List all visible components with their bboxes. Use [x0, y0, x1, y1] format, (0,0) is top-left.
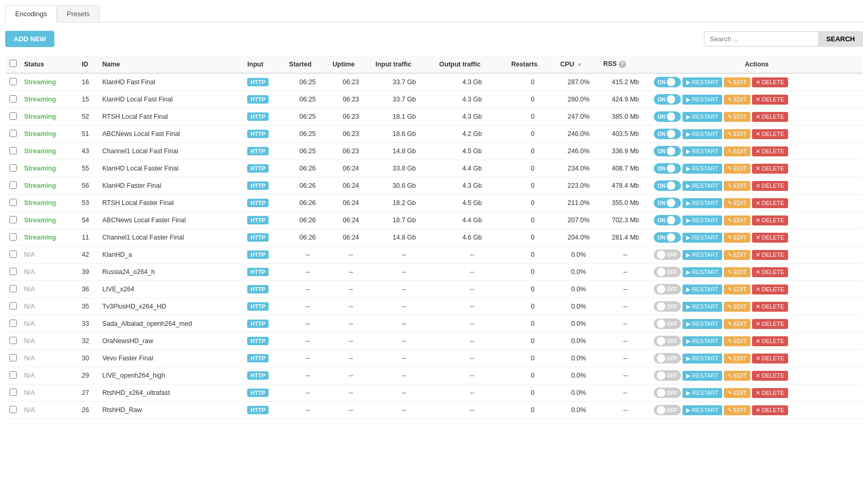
delete-button[interactable]: ✕ DELETE — [752, 302, 788, 312]
delete-button[interactable]: ✕ DELETE — [752, 388, 788, 398]
toggle-off[interactable]: OFF — [654, 301, 681, 312]
row-checkbox[interactable] — [9, 371, 17, 379]
restart-button[interactable]: ▶ RESTART — [682, 302, 722, 312]
row-checkbox[interactable] — [9, 216, 17, 223]
delete-button[interactable]: ✕ DELETE — [752, 164, 788, 174]
edit-button[interactable]: ✎ EDIT — [724, 388, 750, 398]
toggle-off[interactable]: OFF — [654, 405, 681, 415]
row-checkbox[interactable] — [9, 302, 17, 310]
edit-button[interactable]: ✎ EDIT — [724, 198, 750, 208]
toggle-on[interactable]: ON — [654, 163, 681, 174]
tab-encodings[interactable]: Encodings — [5, 5, 57, 22]
restart-button[interactable]: ▶ RESTART — [682, 129, 722, 139]
restart-button[interactable]: ▶ RESTART — [682, 267, 722, 277]
row-checkbox[interactable] — [9, 181, 17, 189]
toggle-off[interactable]: OFF — [654, 353, 681, 363]
row-checkbox[interactable] — [9, 337, 17, 344]
delete-button[interactable]: ✕ DELETE — [752, 233, 788, 243]
restart-button[interactable]: ▶ RESTART — [682, 164, 722, 174]
delete-button[interactable]: ✕ DELETE — [752, 354, 788, 363]
row-checkbox[interactable] — [9, 251, 17, 258]
row-checkbox[interactable] — [9, 406, 17, 413]
restart-button[interactable]: ▶ RESTART — [682, 95, 722, 105]
delete-button[interactable]: ✕ DELETE — [752, 129, 788, 139]
restart-button[interactable]: ▶ RESTART — [682, 112, 722, 122]
edit-button[interactable]: ✎ EDIT — [724, 181, 750, 191]
row-checkbox[interactable] — [9, 285, 17, 292]
restart-button[interactable]: ▶ RESTART — [682, 336, 722, 346]
edit-button[interactable]: ✎ EDIT — [724, 319, 750, 329]
tab-presets[interactable]: Presets — [57, 5, 100, 22]
row-checkbox[interactable] — [9, 354, 17, 361]
toggle-on[interactable]: ON — [654, 180, 681, 191]
delete-button[interactable]: ✕ DELETE — [752, 336, 788, 346]
row-checkbox[interactable] — [9, 199, 17, 206]
delete-button[interactable]: ✕ DELETE — [752, 319, 788, 329]
restart-button[interactable]: ▶ RESTART — [682, 250, 722, 260]
delete-button[interactable]: ✕ DELETE — [752, 215, 788, 225]
search-input[interactable] — [704, 31, 819, 47]
toggle-on[interactable]: ON — [654, 198, 681, 208]
edit-button[interactable]: ✎ EDIT — [724, 267, 750, 277]
toggle-on[interactable]: ON — [654, 111, 681, 122]
edit-button[interactable]: ✎ EDIT — [724, 215, 750, 225]
edit-button[interactable]: ✎ EDIT — [724, 95, 750, 105]
edit-button[interactable]: ✎ EDIT — [724, 336, 750, 346]
restart-button[interactable]: ▶ RESTART — [682, 285, 722, 294]
edit-button[interactable]: ✎ EDIT — [724, 233, 750, 243]
delete-button[interactable]: ✕ DELETE — [752, 285, 788, 294]
rss-help-icon[interactable]: ? — [619, 61, 626, 68]
toggle-on[interactable]: ON — [654, 129, 681, 139]
delete-button[interactable]: ✕ DELETE — [752, 77, 788, 87]
edit-button[interactable]: ✎ EDIT — [724, 285, 750, 294]
row-checkbox[interactable] — [9, 147, 17, 154]
toggle-off[interactable]: OFF — [654, 388, 681, 398]
delete-button[interactable]: ✕ DELETE — [752, 405, 788, 415]
edit-button[interactable]: ✎ EDIT — [724, 405, 750, 415]
restart-button[interactable]: ▶ RESTART — [682, 215, 722, 225]
add-new-button[interactable]: ADD NEW — [5, 31, 54, 47]
row-checkbox[interactable] — [9, 78, 17, 85]
restart-button[interactable]: ▶ RESTART — [682, 146, 722, 156]
row-checkbox[interactable] — [9, 164, 17, 172]
toggle-off[interactable]: OFF — [654, 267, 681, 277]
restart-button[interactable]: ▶ RESTART — [682, 405, 722, 415]
delete-button[interactable]: ✕ DELETE — [752, 371, 788, 381]
row-checkbox[interactable] — [9, 320, 17, 327]
edit-button[interactable]: ✎ EDIT — [724, 250, 750, 260]
toggle-on[interactable]: ON — [654, 94, 681, 105]
delete-button[interactable]: ✕ DELETE — [752, 181, 788, 191]
restart-button[interactable]: ▶ RESTART — [682, 233, 722, 243]
select-all-checkbox[interactable] — [9, 60, 17, 67]
restart-button[interactable]: ▶ RESTART — [682, 198, 722, 208]
delete-button[interactable]: ✕ DELETE — [752, 95, 788, 105]
toggle-off[interactable]: OFF — [654, 319, 681, 329]
toggle-on[interactable]: ON — [654, 215, 681, 225]
delete-button[interactable]: ✕ DELETE — [752, 112, 788, 122]
edit-button[interactable]: ✎ EDIT — [724, 146, 750, 156]
toggle-on[interactable]: ON — [654, 77, 681, 87]
edit-button[interactable]: ✎ EDIT — [724, 112, 750, 122]
row-checkbox[interactable] — [9, 95, 17, 103]
delete-button[interactable]: ✕ DELETE — [752, 198, 788, 208]
toggle-off[interactable]: OFF — [654, 370, 681, 381]
restart-button[interactable]: ▶ RESTART — [682, 371, 722, 381]
toggle-on[interactable]: ON — [654, 146, 681, 156]
restart-button[interactable]: ▶ RESTART — [682, 388, 722, 398]
row-checkbox[interactable] — [9, 130, 17, 137]
edit-button[interactable]: ✎ EDIT — [724, 354, 750, 363]
toggle-off[interactable]: OFF — [654, 249, 681, 260]
row-checkbox[interactable] — [9, 112, 17, 120]
restart-button[interactable]: ▶ RESTART — [682, 77, 722, 87]
row-checkbox[interactable] — [9, 389, 17, 396]
edit-button[interactable]: ✎ EDIT — [724, 77, 750, 87]
restart-button[interactable]: ▶ RESTART — [682, 319, 722, 329]
toggle-off[interactable]: OFF — [654, 284, 681, 294]
edit-button[interactable]: ✎ EDIT — [724, 129, 750, 139]
edit-button[interactable]: ✎ EDIT — [724, 164, 750, 174]
restart-button[interactable]: ▶ RESTART — [682, 354, 722, 363]
search-button[interactable]: SEARCH — [819, 31, 863, 47]
edit-button[interactable]: ✎ EDIT — [724, 371, 750, 381]
row-checkbox[interactable] — [9, 268, 17, 275]
delete-button[interactable]: ✕ DELETE — [752, 250, 788, 260]
